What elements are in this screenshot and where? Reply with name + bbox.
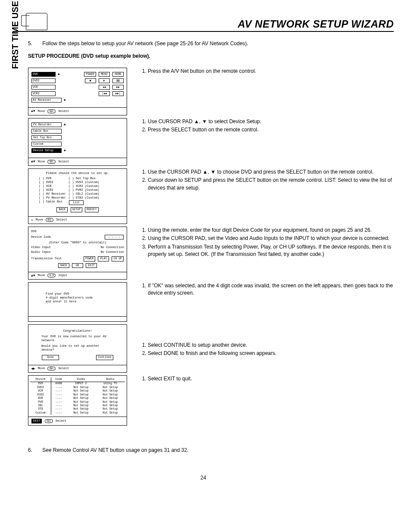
panel-device-list-1: DVD ▲ POWER MENU HOME DVD2 ■ ▶ ❚❚ VCR: [28, 68, 127, 115]
item-custom: Custom: [31, 142, 62, 146]
intro-num: 5.: [28, 40, 41, 47]
table-cell: ----: [51, 397, 66, 400]
table-cell: ----: [51, 404, 66, 408]
table-cell: PVR: [30, 401, 51, 404]
opt: ( ) VCR: [39, 184, 66, 188]
panel-device-list-2: PV Recorder▲ Cable Box Set Top Box Custo…: [28, 118, 127, 166]
back-btn: BACK: [56, 207, 68, 212]
table-cell: ----: [51, 386, 66, 389]
opt: ( ) AV Receiver: [39, 192, 66, 196]
setup-procedure-heading: SETUP PROCEDURE (DVD setup example below…: [28, 53, 394, 59]
exit-btn: EXIT: [86, 263, 97, 268]
continue-btn: Continue: [96, 355, 113, 360]
table-cell: Not Setup: [66, 408, 96, 411]
stop-icon: ■: [85, 78, 96, 83]
table-cell: 0490: [51, 382, 66, 386]
ain-val: No Connection: [100, 250, 124, 254]
p5-l3: and enter it here: [46, 300, 124, 304]
ok-btn: OK: [72, 263, 83, 268]
opt: ( ) DVD3 (Custom): [68, 180, 99, 184]
th-video: Video: [66, 377, 96, 382]
item-vcr2: VCR2: [31, 91, 56, 96]
table-row: DVD2----Not SetupNot Setup: [30, 386, 125, 389]
num-icon: 0-9: [47, 274, 56, 277]
modify-btn: MODIFY: [85, 207, 98, 212]
foot-input: Input: [58, 274, 67, 277]
table-row: PVR----Not SetupNot Setup: [30, 401, 125, 404]
table-cell: Not Setup: [96, 411, 125, 415]
p4-code-label: Device Code: [31, 235, 51, 239]
foot-select: Select: [56, 419, 66, 423]
skip-fwd-icon: ▶▶|: [112, 91, 124, 96]
instructions-1: Press the A/V Net button on the remote c…: [136, 68, 394, 76]
exit-btn: EXIT: [31, 419, 42, 423]
table-cell: Not Setup: [66, 411, 96, 415]
table-row: DVD0490INPUT 2Using TV: [30, 382, 125, 386]
item-device-setup: Device Setup: [31, 148, 62, 153]
power-btn: POWER: [84, 72, 96, 77]
foot-select: Select: [58, 109, 69, 113]
opt: ( ) Cable Box: [39, 200, 66, 204]
instr4-1: Using the remote, enter the four digit D…: [148, 227, 394, 234]
sel-icon: SEL: [47, 160, 56, 164]
instr2-1: Use CURSOR PAD ▲, ▼ to select Device Set…: [148, 118, 394, 125]
panel-device-code: DVD Device Code - - - - (Enter Code "999…: [28, 227, 127, 280]
table-cell: VCR2: [30, 393, 51, 397]
opt: ( ) DVD: [39, 177, 66, 180]
p4-dvd: DVD: [31, 230, 124, 233]
table-row: VCR2----Not SetupNot Setup: [30, 393, 125, 397]
sel-icon: SEL: [46, 218, 54, 222]
table-cell: Not Setup: [96, 386, 125, 389]
foot-move: Move: [36, 218, 43, 222]
table-cell: Not Setup: [66, 393, 96, 397]
opt: ( ) VCR2: [39, 188, 66, 192]
opt: ( ) CBL2 (Custom): [68, 192, 99, 196]
table-cell: Using TV: [96, 382, 125, 386]
instructions-4: Using the remote, enter the four digit D…: [136, 227, 394, 259]
vin-label: Video Input: [31, 246, 51, 249]
table-cell: Not Setup: [96, 397, 125, 400]
table-row: Custom----Not SetupNot Setup: [30, 411, 125, 415]
p6-l3: Would you like to set up another device?: [41, 344, 114, 352]
table-cell: Not Setup: [96, 408, 125, 411]
intro-step: 5. Follow the steps below to setup your …: [28, 40, 394, 47]
foot-move: Move: [38, 274, 45, 277]
instr3-2: Cursor down to SETUP and press the SELEC…: [148, 177, 394, 192]
sel-icon: SEL: [47, 367, 56, 370]
item-pvrec: PV Recorder: [31, 122, 62, 127]
move-icon: ✦: [31, 218, 33, 222]
side-tab: FIRST TIME USE: [10, 1, 20, 69]
table-cell: ----: [51, 389, 66, 393]
instr6-1: Select CONTINUE to setup another device.: [148, 342, 394, 349]
table-cell: Not Setup: [96, 404, 125, 408]
table-cell: INPUT 2: [66, 382, 96, 386]
instructions-5: If "OK" was selected, and the 4 digit co…: [136, 282, 394, 298]
opt: ( ) DVD2: [39, 180, 66, 184]
instr1-1: Press the A/V Net button on the remote c…: [148, 68, 394, 75]
instructions-7: Select EXIT to quit.: [136, 375, 394, 383]
table-cell: ----: [51, 411, 66, 415]
updown-icon: ▲▼: [31, 274, 35, 278]
table-row: STB----Not SetupNot Setup: [30, 408, 125, 411]
tt-label: Transmission Test: [31, 257, 62, 261]
panel3-title: Please choose the device to set up.: [31, 171, 124, 175]
panel-congrats: Congratulations! Your DVD is now connect…: [28, 324, 127, 373]
updown-icon: ▲▼: [31, 109, 35, 113]
summary-table: Device Code Video Audio DVD0490INPUT 2Us…: [30, 377, 125, 415]
panel-choose-device: Please choose the device to set up. ( ) …: [28, 168, 127, 224]
up-arrow-icon: ▲: [64, 122, 66, 127]
sel-icon: SEL: [45, 419, 53, 423]
table-cell: Not Setup: [96, 389, 125, 393]
list-btn: List: [69, 200, 84, 205]
table-cell: STB: [30, 408, 51, 411]
tt-chup: CH UP: [112, 256, 124, 261]
instr5-1: If "OK" was selected, and the 4 digit co…: [148, 282, 394, 297]
down-arrow-icon: ▼: [64, 98, 66, 103]
up-arrow-icon: ▲: [58, 72, 60, 76]
tt-power: POWER: [84, 256, 96, 261]
foot-select: Select: [56, 218, 67, 222]
tv-logo-icon: [26, 13, 47, 30]
opt: ( ) Set Top Box: [68, 177, 99, 180]
opt: ( ) STB2 (Custom): [68, 196, 99, 200]
outro-text: See Remote Control AV NET button usage o…: [42, 447, 188, 453]
